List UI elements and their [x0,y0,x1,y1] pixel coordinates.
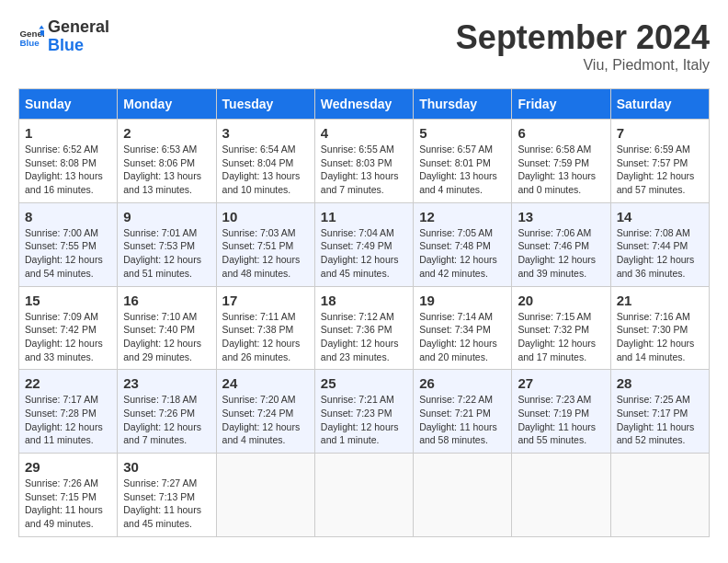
calendar-cell [610,454,709,537]
day-number: 13 [518,209,604,224]
calendar-cell: 10Sunrise: 7:03 AMSunset: 7:51 PMDayligh… [216,202,314,286]
day-number: 16 [123,293,210,308]
calendar-cell: 20Sunrise: 7:15 AMSunset: 7:32 PMDayligh… [512,286,610,370]
day-number: 1 [25,125,111,141]
calendar-cell: 13Sunrise: 7:06 AMSunset: 7:46 PMDayligh… [512,202,610,286]
calendar-cell: 1Sunrise: 6:52 AMSunset: 8:08 PMDaylight… [19,120,118,203]
day-number: 23 [123,375,210,391]
calendar-cell: 15Sunrise: 7:09 AMSunset: 7:42 PMDayligh… [19,286,118,370]
day-number: 12 [419,209,506,224]
cell-content: Sunrise: 7:04 AMSunset: 7:49 PMDaylight:… [321,226,407,281]
cell-content: Sunrise: 6:57 AMSunset: 8:01 PMDaylight:… [419,143,506,197]
title-block: September 2024 Viu, Piedmont, Italy [456,18,710,74]
day-number: 2 [123,125,210,141]
logo-blue: Blue [48,37,109,55]
cell-content: Sunrise: 7:20 AMSunset: 7:24 PMDaylight:… [222,393,309,447]
cell-content: Sunrise: 6:55 AMSunset: 8:03 PMDaylight:… [321,143,407,197]
logo-icon: General Blue [18,24,44,50]
day-number: 26 [419,375,506,391]
day-number: 9 [123,209,210,224]
calendar-cell: 30Sunrise: 7:27 AMSunset: 7:13 PMDayligh… [118,454,216,537]
day-number: 11 [321,209,407,224]
day-number: 24 [222,375,309,391]
day-number: 22 [25,375,111,391]
col-header-wednesday: Wednesday [314,89,413,120]
day-number: 17 [222,293,309,308]
week-row-1: 1Sunrise: 6:52 AMSunset: 8:08 PMDaylight… [19,120,710,203]
day-number: 14 [617,209,703,224]
calendar-cell: 29Sunrise: 7:26 AMSunset: 7:15 PMDayligh… [19,454,118,537]
cell-content: Sunrise: 7:25 AMSunset: 7:17 PMDaylight:… [617,393,703,447]
calendar-cell: 4Sunrise: 6:55 AMSunset: 8:03 PMDaylight… [314,120,413,203]
col-header-monday: Monday [118,89,216,120]
col-header-friday: Friday [512,89,610,120]
day-number: 6 [518,125,604,141]
day-number: 20 [518,293,604,308]
calendar-cell: 9Sunrise: 7:01 AMSunset: 7:53 PMDaylight… [118,202,216,286]
calendar-cell: 16Sunrise: 7:10 AMSunset: 7:40 PMDayligh… [118,286,216,370]
calendar-cell [512,454,610,537]
logo: General Blue General Blue [18,18,109,55]
calendar-cell [314,454,413,537]
calendar-cell: 18Sunrise: 7:12 AMSunset: 7:36 PMDayligh… [314,286,413,370]
day-number: 5 [419,125,506,141]
cell-content: Sunrise: 7:11 AMSunset: 7:38 PMDaylight:… [222,310,309,364]
calendar-cell: 17Sunrise: 7:11 AMSunset: 7:38 PMDayligh… [216,286,314,370]
day-number: 8 [25,209,111,224]
calendar-table: SundayMondayTuesdayWednesdayThursdayFrid… [18,88,710,537]
day-number: 3 [222,125,309,141]
calendar-cell: 3Sunrise: 6:54 AMSunset: 8:04 PMDaylight… [216,120,314,203]
calendar-cell: 21Sunrise: 7:16 AMSunset: 7:30 PMDayligh… [610,286,709,370]
cell-content: Sunrise: 6:58 AMSunset: 7:59 PMDaylight:… [518,143,604,197]
calendar-cell: 19Sunrise: 7:14 AMSunset: 7:34 PMDayligh… [414,286,512,370]
svg-text:Blue: Blue [19,38,40,48]
day-number: 7 [617,125,703,141]
day-number: 18 [321,293,407,308]
cell-content: Sunrise: 6:59 AMSunset: 7:57 PMDaylight:… [617,143,703,197]
location-subtitle: Viu, Piedmont, Italy [456,57,710,74]
cell-content: Sunrise: 7:17 AMSunset: 7:28 PMDaylight:… [25,393,111,447]
cell-content: Sunrise: 7:23 AMSunset: 7:19 PMDaylight:… [518,393,604,447]
cell-content: Sunrise: 6:52 AMSunset: 8:08 PMDaylight:… [25,143,111,197]
week-row-2: 8Sunrise: 7:00 AMSunset: 7:55 PMDaylight… [19,202,710,286]
cell-content: Sunrise: 7:12 AMSunset: 7:36 PMDaylight:… [321,310,407,364]
day-number: 21 [617,293,703,308]
calendar-cell: 28Sunrise: 7:25 AMSunset: 7:17 PMDayligh… [610,370,709,454]
day-number: 25 [321,375,407,391]
day-number: 19 [419,293,506,308]
day-number: 10 [222,209,309,224]
cell-content: Sunrise: 7:03 AMSunset: 7:51 PMDaylight:… [222,226,309,281]
calendar-cell: 8Sunrise: 7:00 AMSunset: 7:55 PMDaylight… [19,202,118,286]
calendar-cell: 26Sunrise: 7:22 AMSunset: 7:21 PMDayligh… [414,370,512,454]
calendar-cell: 27Sunrise: 7:23 AMSunset: 7:19 PMDayligh… [512,370,610,454]
cell-content: Sunrise: 7:05 AMSunset: 7:48 PMDaylight:… [419,226,506,281]
calendar-cell [216,454,314,537]
week-row-4: 22Sunrise: 7:17 AMSunset: 7:28 PMDayligh… [19,370,710,454]
calendar-cell: 2Sunrise: 6:53 AMSunset: 8:06 PMDaylight… [118,120,216,203]
calendar-cell: 14Sunrise: 7:08 AMSunset: 7:44 PMDayligh… [610,202,709,286]
day-number: 30 [123,459,210,475]
cell-content: Sunrise: 7:14 AMSunset: 7:34 PMDaylight:… [419,310,506,364]
week-row-5: 29Sunrise: 7:26 AMSunset: 7:15 PMDayligh… [19,454,710,537]
calendar-cell: 23Sunrise: 7:18 AMSunset: 7:26 PMDayligh… [118,370,216,454]
svg-marker-3 [40,30,44,36]
col-header-sunday: Sunday [19,89,118,120]
day-number: 29 [25,459,111,475]
cell-content: Sunrise: 7:27 AMSunset: 7:13 PMDaylight:… [123,477,210,531]
calendar-cell: 6Sunrise: 6:58 AMSunset: 7:59 PMDaylight… [512,120,610,203]
cell-content: Sunrise: 6:54 AMSunset: 8:04 PMDaylight:… [222,143,309,197]
col-header-thursday: Thursday [414,89,512,120]
cell-content: Sunrise: 7:21 AMSunset: 7:23 PMDaylight:… [321,393,407,447]
cell-content: Sunrise: 7:08 AMSunset: 7:44 PMDaylight:… [617,226,703,281]
cell-content: Sunrise: 7:01 AMSunset: 7:53 PMDaylight:… [123,226,210,281]
svg-marker-2 [39,25,44,29]
calendar-cell: 24Sunrise: 7:20 AMSunset: 7:24 PMDayligh… [216,370,314,454]
month-title: September 2024 [456,18,710,57]
cell-content: Sunrise: 7:22 AMSunset: 7:21 PMDaylight:… [419,393,506,447]
cell-content: Sunrise: 7:26 AMSunset: 7:15 PMDaylight:… [25,477,111,531]
cell-content: Sunrise: 7:06 AMSunset: 7:46 PMDaylight:… [518,226,604,281]
calendar-cell [414,454,512,537]
cell-content: Sunrise: 7:16 AMSunset: 7:30 PMDaylight:… [617,310,703,364]
week-row-3: 15Sunrise: 7:09 AMSunset: 7:42 PMDayligh… [19,286,710,370]
cell-content: Sunrise: 7:18 AMSunset: 7:26 PMDaylight:… [123,393,210,447]
